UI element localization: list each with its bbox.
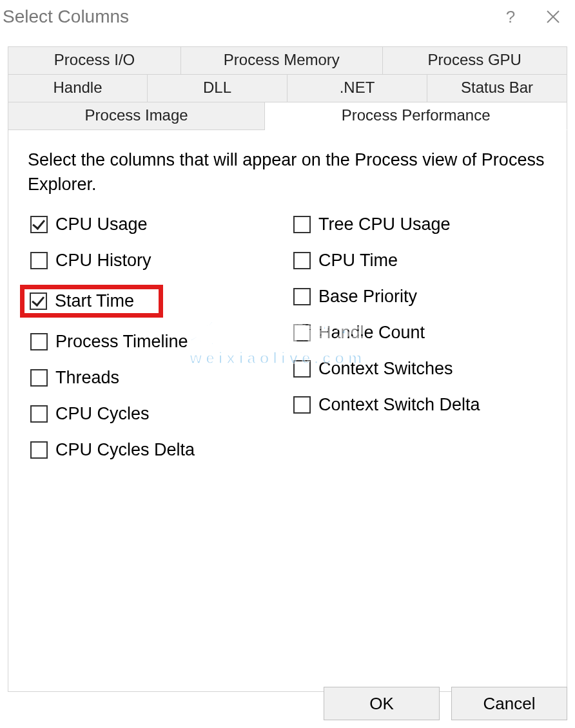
- checkbox-columns: CPU Usage CPU History Start Time Process…: [28, 213, 547, 474]
- checkbox-label: CPU History: [55, 251, 151, 271]
- tabstrip: Process I/O Process Memory Process GPU H…: [8, 46, 567, 130]
- tab-process-gpu[interactable]: Process GPU: [383, 46, 567, 75]
- checkbox-cpu-usage[interactable]: CPU Usage: [28, 213, 284, 236]
- checkbox-label: Handle Count: [318, 323, 425, 343]
- checkbox-handle-count[interactable]: Handle Count: [291, 321, 547, 345]
- checkbox-label: Base Priority: [318, 287, 417, 307]
- checkbox-icon: [30, 369, 48, 387]
- checkbox-icon: [30, 216, 48, 233]
- ok-button[interactable]: OK: [324, 687, 440, 720]
- checkbox-base-priority[interactable]: Base Priority: [291, 285, 547, 309]
- tab-dotnet[interactable]: .NET: [288, 75, 427, 102]
- help-icon[interactable]: ?: [500, 8, 521, 25]
- checkbox-cpu-time[interactable]: CPU Time: [291, 249, 547, 273]
- tab-process-image[interactable]: Process Image: [8, 102, 265, 130]
- checkbox-label: Context Switch Delta: [318, 395, 480, 415]
- checkbox-icon: [30, 292, 47, 310]
- checkbox-icon: [293, 360, 311, 378]
- tab-process-performance[interactable]: Process Performance: [265, 102, 567, 130]
- checkbox-start-time[interactable]: Start Time: [20, 285, 163, 318]
- checkbox-label: CPU Cycles Delta: [55, 440, 195, 460]
- checkbox-label: Context Switches: [318, 359, 453, 379]
- tab-row-0: Process I/O Process Memory Process GPU: [8, 46, 567, 75]
- checkbox-tree-cpu-usage[interactable]: Tree CPU Usage: [291, 213, 547, 236]
- close-icon[interactable]: [545, 9, 566, 24]
- checkbox-label: Tree CPU Usage: [318, 215, 451, 235]
- checkbox-label: Start Time: [55, 291, 134, 311]
- tab-pane-process-performance: Select the columns that will appear on t…: [8, 130, 567, 692]
- checkbox-label: Process Timeline: [55, 332, 188, 352]
- tab-handle[interactable]: Handle: [8, 75, 148, 102]
- checkbox-label: CPU Cycles: [55, 404, 150, 424]
- tab-status-bar[interactable]: Status Bar: [427, 75, 567, 102]
- tab-row-1: Handle DLL .NET Status Bar: [8, 75, 567, 102]
- checkbox-icon: [293, 288, 311, 305]
- checkbox-column-right: Tree CPU Usage CPU Time Base Priority Ha…: [291, 213, 547, 474]
- pane-instruction: Select the columns that will appear on t…: [28, 148, 547, 197]
- checkbox-label: CPU Time: [318, 251, 398, 271]
- checkbox-cpu-cycles[interactable]: CPU Cycles: [28, 402, 284, 426]
- window-controls: ?: [500, 8, 566, 25]
- checkbox-icon: [30, 333, 48, 350]
- checkbox-label: Threads: [55, 368, 119, 388]
- checkbox-icon: [293, 216, 311, 233]
- checkbox-process-timeline[interactable]: Process Timeline: [28, 330, 284, 354]
- window-title: Select Columns: [1, 6, 129, 27]
- checkbox-context-switch-delta[interactable]: Context Switch Delta: [291, 393, 547, 417]
- cancel-button[interactable]: Cancel: [451, 687, 567, 720]
- checkbox-label: CPU Usage: [55, 215, 148, 235]
- checkbox-icon: [30, 441, 48, 459]
- tab-process-memory[interactable]: Process Memory: [181, 46, 382, 75]
- titlebar: Select Columns ?: [0, 0, 575, 34]
- tab-row-2: Process Image Process Performance: [8, 102, 567, 130]
- checkbox-icon: [293, 252, 311, 269]
- checkbox-cpu-history[interactable]: CPU History: [28, 249, 284, 273]
- checkbox-cpu-cycles-delta[interactable]: CPU Cycles Delta: [28, 438, 284, 462]
- tab-dll[interactable]: DLL: [148, 75, 288, 102]
- checkbox-icon: [30, 252, 48, 269]
- checkbox-threads[interactable]: Threads: [28, 366, 284, 390]
- checkbox-icon: [293, 324, 311, 341]
- tab-process-io[interactable]: Process I/O: [8, 46, 181, 75]
- dialog-buttons: OK Cancel: [324, 687, 567, 720]
- checkbox-context-switches[interactable]: Context Switches: [291, 357, 547, 381]
- checkbox-icon: [293, 396, 311, 414]
- checkbox-icon: [30, 405, 48, 423]
- checkbox-column-left: CPU Usage CPU History Start Time Process…: [28, 213, 284, 474]
